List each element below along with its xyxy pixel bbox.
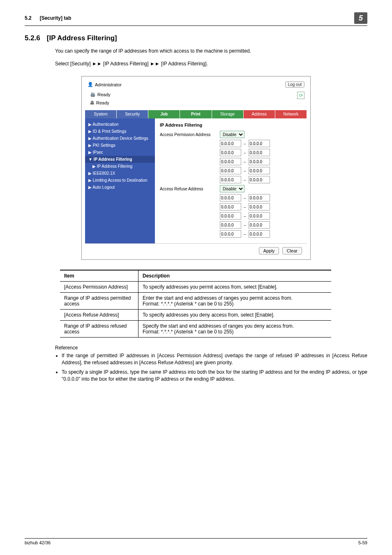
admin-label: Administrator <box>95 82 122 87</box>
perm-ip-end-5[interactable] <box>249 176 270 183</box>
perm-ip-end-2[interactable] <box>249 149 270 156</box>
table-row: [Access Refuse Address] To specify addre… <box>60 310 331 321</box>
cell-item: Range of IP address refused access <box>60 321 138 338</box>
cell-item: [Access Permission Address] <box>60 282 138 293</box>
table-row: Range of IP address refused access Speci… <box>60 321 331 338</box>
sidebar-item-pki[interactable]: ▶ PKI Settings <box>85 142 155 149</box>
tab-system[interactable]: System <box>85 110 117 118</box>
refresh-icon[interactable]: ⟳ <box>297 92 304 99</box>
footer-model: bizhub 42/36 <box>25 540 51 545</box>
content-title: IP Address Filtering <box>160 123 302 127</box>
reference-bullet-1: If the range of permitted IP addresses i… <box>62 352 367 366</box>
clear-button[interactable]: Clear <box>282 247 302 254</box>
reference-label: Reference <box>55 345 367 351</box>
chapter-badge: 5 <box>354 12 367 24</box>
intro-paragraph-2: Select [Security] ►► [IP Address Filteri… <box>55 60 367 68</box>
admin-screenshot: 👤 Administrator Log out 🖨️ Ready 🖶 Ready… <box>81 76 311 260</box>
apply-button[interactable]: Apply <box>259 247 279 254</box>
refuse-ip-start-1[interactable] <box>220 194 241 201</box>
perm-ip-end-3[interactable] <box>249 158 270 165</box>
perm-ip-start-3[interactable] <box>220 158 241 165</box>
tab-bar: System Security Job Print Storage Addres… <box>85 110 307 118</box>
printer-ready: Ready <box>97 92 111 97</box>
intro-paragraph-1: You can specify the range of IP addresse… <box>55 47 367 55</box>
perm-address-label: Access Permission Address <box>160 132 217 137</box>
refuse-ip-end-5[interactable] <box>249 230 270 238</box>
header-section-title: [Security] tab <box>40 15 71 21</box>
perm-ip-start-1[interactable] <box>220 140 241 147</box>
th-item: Item <box>60 270 138 282</box>
user-icon: 👤 <box>88 82 93 87</box>
perm-ip-end-1[interactable] <box>249 140 270 147</box>
refuse-address-select[interactable]: Disable <box>220 185 244 192</box>
sidebar-item-auth-device[interactable]: ▶ Authentication Device Settings <box>85 135 155 142</box>
refuse-ip-start-4[interactable] <box>220 221 241 229</box>
perm-address-select[interactable]: Disable <box>220 131 244 138</box>
refuse-ip-end-3[interactable] <box>249 212 270 220</box>
table-row: [Access Permission Address] To specify a… <box>60 282 331 293</box>
header-rule <box>25 25 367 26</box>
cell-desc: Enter the start and end addresses of ran… <box>138 293 332 310</box>
table-row: Range of IP address permitted access Ent… <box>60 293 331 310</box>
perm-ip-start-5[interactable] <box>220 176 241 183</box>
reference-bullet-2: To specify a single IP address, type the… <box>62 369 367 383</box>
sidebar-item-ipsec[interactable]: ▶ IPsec <box>85 149 155 156</box>
printer-icon: 🖨️ <box>90 92 96 97</box>
heading-title: [IP Address Filtering] <box>47 34 117 42</box>
refuse-ip-end-2[interactable] <box>249 203 270 210</box>
tab-address[interactable]: Address <box>244 110 275 118</box>
status-icon: 🖶 <box>90 100 95 105</box>
header-section-number: 5.2 <box>25 15 32 21</box>
sidebar-item-limiting[interactable]: ▶ Limiting Access to Destination <box>85 177 155 184</box>
cell-desc: To specify addresses you deny access fro… <box>138 310 332 321</box>
cell-desc: To specify addresses you permit access f… <box>138 282 332 293</box>
cell-desc: Specify the start and end addresses of r… <box>138 321 332 338</box>
logout-button[interactable]: Log out <box>285 81 304 88</box>
refuse-ip-start-2[interactable] <box>220 203 241 210</box>
sidebar-item-id-print[interactable]: ▶ ID & Print Settings <box>85 128 155 135</box>
sidebar-item-auto-logout[interactable]: ▶ Auto Logout <box>85 184 155 191</box>
sidebar-item-ieee8021x[interactable]: ▶ IEEE802.1X <box>85 170 155 177</box>
perm-ip-start-2[interactable] <box>220 149 241 156</box>
th-description: Description <box>138 270 332 282</box>
perm-ip-end-4[interactable] <box>249 167 270 174</box>
heading-number: 5.2.6 <box>25 34 40 42</box>
content-pane: IP Address Filtering Access Permission A… <box>155 118 307 243</box>
status-ready: Ready <box>96 100 109 105</box>
sidebar-item-ip-filtering[interactable]: ▶ IP Address Filtering <box>85 163 155 170</box>
refuse-ip-end-1[interactable] <box>249 194 270 201</box>
refuse-ip-start-3[interactable] <box>220 212 241 220</box>
refuse-address-label: Access Refuse Address <box>160 187 217 191</box>
sidebar-item-ip-filtering-group[interactable]: ▼ IP Address Filtering <box>85 156 155 163</box>
refuse-ip-end-4[interactable] <box>249 221 270 229</box>
tab-network[interactable]: Network <box>275 110 307 118</box>
description-table: Item Description [Access Permission Addr… <box>60 270 331 338</box>
tab-storage[interactable]: Storage <box>212 110 244 118</box>
sidebar-item-authentication[interactable]: ▶ Authentication <box>85 121 155 128</box>
tab-print[interactable]: Print <box>180 110 212 118</box>
cell-item: [Access Refuse Address] <box>60 310 138 321</box>
sidebar: ▶ Authentication ▶ ID & Print Settings ▶… <box>85 118 155 243</box>
cell-item: Range of IP address permitted access <box>60 293 138 310</box>
perm-ip-start-4[interactable] <box>220 167 241 174</box>
tab-security[interactable]: Security <box>117 110 148 118</box>
footer-page: 5-59 <box>358 540 367 545</box>
refuse-ip-start-5[interactable] <box>220 230 241 238</box>
tab-job[interactable]: Job <box>148 110 180 118</box>
